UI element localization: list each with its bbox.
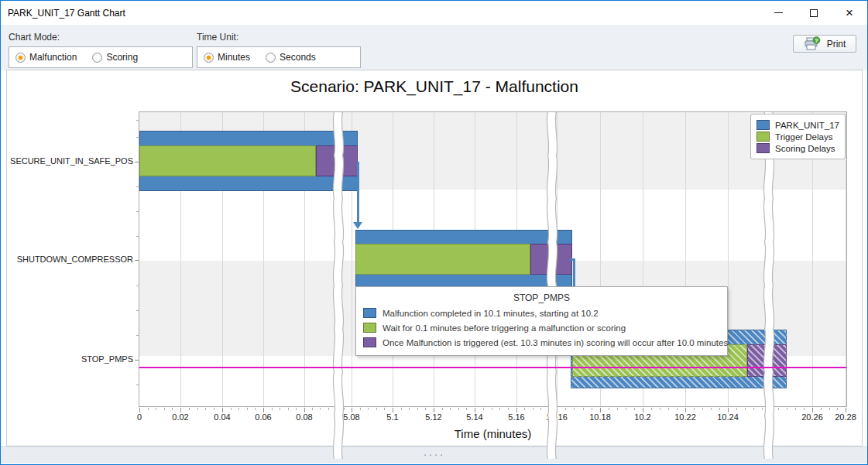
x-tick-label: 0.08 [283, 412, 326, 422]
titlebar: PARK_UNIT_17 Gantt Chart × [1, 1, 867, 25]
x-minor-tick [711, 408, 712, 410]
x-tick-label: 10.2 [621, 412, 664, 422]
legend-label: Scoring Delays [775, 144, 835, 153]
trigger-delay-bar[interactable] [139, 145, 316, 176]
x-minor-tick [320, 408, 321, 410]
legend-label: PARK_UNIT_17 [775, 121, 839, 130]
svg-text:?: ? [815, 38, 818, 43]
footer-splitter[interactable]: ···· [1, 446, 867, 463]
x-minor-tick [458, 408, 459, 410]
legend-item: Scoring Delays [756, 143, 839, 153]
x-minor-tick [565, 408, 566, 410]
x-tick-label: 5.12 [412, 412, 455, 422]
x-tick-label: 0.02 [159, 412, 202, 422]
x-tick-label: 0.04 [201, 412, 244, 422]
tooltip-swatch-icon [363, 323, 376, 333]
dependency-arrow-stub [570, 258, 575, 261]
app-window: PARK_UNIT_17 Gantt Chart × Chart Mode: M… [0, 0, 868, 465]
legend-swatch-icon [756, 143, 770, 153]
y-minor-tick [136, 310, 139, 311]
minimize-button[interactable] [760, 1, 796, 25]
radio-label: Malfunction [29, 52, 77, 63]
x-minor-tick [442, 408, 443, 410]
x-minor-tick [651, 408, 652, 410]
grip-dots-icon: ···· [424, 447, 445, 460]
legend-swatch-icon [756, 132, 770, 142]
tooltip-row-text: Malfunction completed in 10.1 minutes, s… [383, 309, 599, 318]
toolbar: Chart Mode: Malfunction Scoring Time Uni… [1, 25, 867, 70]
x-minor-tick [533, 408, 533, 410]
x-minor-tick [778, 408, 779, 410]
y-minor-tick [136, 285, 139, 286]
chart-mode-label: Chart Mode: [9, 32, 60, 43]
x-tick-label: 10.24 [706, 412, 750, 422]
x-minor-tick [280, 408, 280, 410]
window-controls: × [760, 1, 867, 25]
gantt-plot-area: 00.020.040.060.085.085.15.125.145.1610.1… [139, 111, 847, 407]
x-minor-tick [164, 408, 165, 410]
x-minor-tick [360, 408, 361, 410]
print-button[interactable]: ? Print [793, 35, 856, 53]
x-minor-tick [384, 408, 385, 410]
x-minor-tick [312, 408, 313, 410]
radio-minutes[interactable]: Minutes [204, 52, 250, 63]
close-button[interactable]: × [832, 1, 867, 25]
x-minor-tick [736, 408, 737, 410]
radio-scoring[interactable]: Scoring [92, 52, 138, 63]
radio-icon [266, 53, 276, 63]
x-axis-title: Time (minutes) [139, 427, 847, 440]
x-minor-tick [368, 408, 369, 410]
radio-icon [15, 53, 26, 63]
trigger-delay-bar[interactable] [355, 244, 530, 275]
x-tick-label: 5.1 [371, 412, 414, 422]
legend: PARK_UNIT_17Trigger DelaysScoring Delays [750, 114, 846, 159]
x-tick-label: 5.14 [453, 412, 496, 422]
x-tick-label: 0 [118, 412, 161, 422]
axis-break [760, 112, 777, 459]
x-minor-tick [837, 408, 838, 410]
x-minor-tick [483, 408, 484, 410]
x-minor-tick [450, 408, 451, 410]
x-minor-tick [821, 408, 822, 410]
print-button-label: Print [827, 39, 846, 50]
x-tick-label: 10.18 [578, 412, 622, 422]
tooltip-row: Wait for 0.1 minutes before triggering a… [363, 323, 727, 333]
x-minor-tick [376, 408, 377, 410]
x-minor-tick [148, 408, 149, 410]
maximize-icon [810, 9, 818, 17]
x-minor-tick [524, 408, 525, 410]
print-icon: ? [804, 36, 821, 51]
radio-malfunction[interactable]: Malfunction [15, 52, 77, 63]
chart-panel: Scenario: PARK_UNIT_17 - Malfunction 00.… [6, 70, 863, 446]
tooltip-row: Malfunction completed in 10.1 minutes, s… [363, 308, 727, 318]
x-minor-tick [296, 408, 297, 410]
x-minor-tick [466, 408, 467, 410]
x-minor-tick [508, 408, 509, 410]
y-major-tick [135, 360, 139, 361]
x-minor-tick [660, 408, 660, 410]
x-minor-tick [492, 408, 492, 410]
window-title: PARK_UNIT_17 Gantt Chart [1, 8, 125, 19]
gridline [846, 112, 846, 406]
maximize-button[interactable] [796, 1, 832, 25]
tooltip: STOP_PMPSMalfunction completed in 10.1 m… [355, 286, 728, 356]
x-minor-tick [189, 408, 190, 410]
x-minor-tick [156, 408, 156, 410]
minimize-icon [774, 12, 783, 13]
x-minor-tick [540, 408, 541, 410]
x-tick-label: 0.06 [242, 412, 285, 422]
y-category-label: STOP_PMPS [8, 354, 133, 364]
x-minor-tick [634, 408, 635, 410]
y-category-label: SECURE_UNIT_IN_SAFE_POS [8, 156, 133, 166]
x-minor-tick [617, 408, 618, 410]
y-major-tick [135, 260, 139, 261]
chart-mode-group: Malfunction Scoring [9, 46, 193, 68]
tooltip-row-text: Once Malfunction is triggered (est. 10.3… [383, 338, 728, 347]
tooltip-row: Once Malfunction is triggered (est. 10.3… [363, 337, 727, 347]
x-minor-tick [829, 408, 830, 410]
y-minor-tick [136, 385, 139, 385]
legend-label: Trigger Delays [775, 132, 832, 142]
radio-seconds[interactable]: Seconds [266, 52, 316, 63]
y-minor-tick [136, 186, 139, 187]
x-minor-tick [787, 408, 787, 410]
